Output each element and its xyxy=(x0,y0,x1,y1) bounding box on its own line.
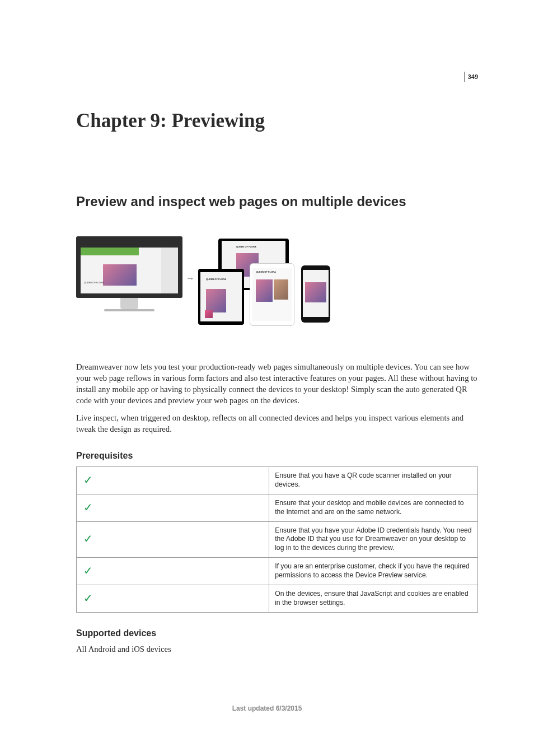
tablet-white-graphic: QUEEN OF FLORA xyxy=(250,263,294,326)
table-row: ✓ Ensure that you have your Adobe ID cre… xyxy=(77,521,478,558)
illustration-label: QUEEN OF FLORA xyxy=(256,270,276,273)
check-icon: ✓ xyxy=(82,592,93,604)
intro-paragraph-2: Live inspect, when triggered on desktop,… xyxy=(76,413,478,435)
check-icon: ✓ xyxy=(82,564,93,577)
prereq-text: On the devices, ensure that JavaScript a… xyxy=(269,585,478,612)
section-title: Preview and inspect web pages on multipl… xyxy=(76,194,478,209)
prerequisites-heading: Prerequisites xyxy=(76,451,478,461)
intro-paragraph-1: Dreamweaver now lets you test your produ… xyxy=(76,362,478,406)
check-icon: ✓ xyxy=(82,533,93,545)
tablet-portrait-graphic: QUEEN OF FLORA xyxy=(198,269,244,325)
desktop-monitor-graphic: QUEEN OF FLORA xyxy=(76,236,182,315)
table-row: ✓ Ensure that your desktop and mobile de… xyxy=(77,494,478,521)
page-number-container: 349 xyxy=(464,72,478,82)
devices-group-graphic: QUEEN OF FLORA QUEEN OF FLORA QUEEN OF F… xyxy=(198,239,330,326)
check-icon: ✓ xyxy=(82,501,93,514)
table-row: ✓ Ensure that you have a QR code scanner… xyxy=(77,467,478,494)
supported-devices-heading: Supported devices xyxy=(76,628,478,638)
page-number: 349 xyxy=(468,73,478,80)
prereq-text: Ensure that you have a QR code scanner i… xyxy=(269,467,478,494)
illustration-label: QUEEN OF FLORA xyxy=(236,245,256,248)
illustration-label: QUEEN OF FLORA xyxy=(84,281,104,284)
prereq-text: Ensure that your desktop and mobile devi… xyxy=(269,494,478,521)
table-row: ✓ If you are an enterprise customer, che… xyxy=(77,558,478,585)
supported-devices-text: All Android and iOS devices xyxy=(76,644,478,655)
phone-graphic xyxy=(301,265,330,323)
illustration-label: QUEEN OF FLORA xyxy=(206,278,226,281)
prerequisites-table: ✓ Ensure that you have a QR code scanner… xyxy=(76,466,478,612)
footer-last-updated: Last updated 6/3/2015 xyxy=(0,704,534,712)
table-row: ✓ On the devices, ensure that JavaScript… xyxy=(77,585,478,612)
chapter-title: Chapter 9: Previewing xyxy=(76,110,478,132)
prereq-text: Ensure that you have your Adobe ID crede… xyxy=(269,521,478,558)
page-content: Chapter 9: Previewing Preview and inspec… xyxy=(0,0,534,655)
prereq-text: If you are an enterprise customer, check… xyxy=(269,558,478,585)
arrow-right-icon: → xyxy=(186,273,195,283)
device-preview-illustration: QUEEN OF FLORA → QUEEN OF FLORA QUEEN OF… xyxy=(76,236,331,330)
check-icon: ✓ xyxy=(82,474,93,486)
